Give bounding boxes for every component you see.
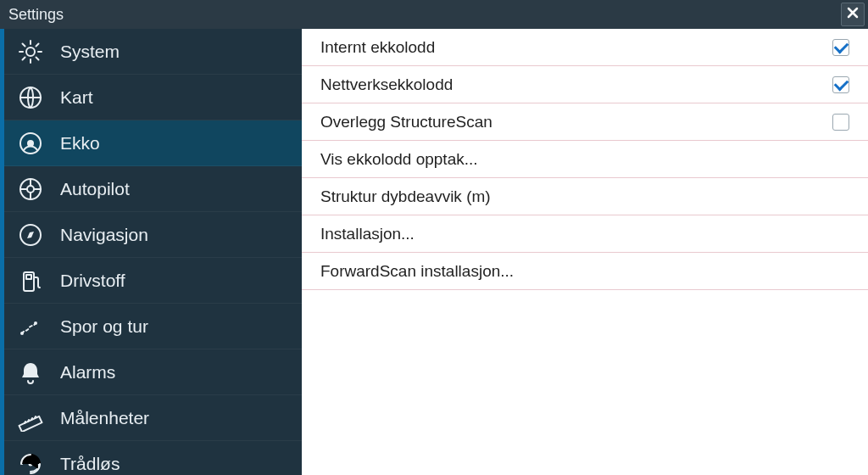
bell-icon — [16, 358, 45, 387]
settings-window: Settings SystemKartEkkoAutopilotNavigasj… — [0, 0, 868, 475]
checkbox-internt[interactable] — [832, 39, 849, 56]
setting-row-dybdeavvik[interactable]: Struktur dybdeavvik (m) — [302, 178, 868, 215]
sidebar-item-label: Drivstoff — [60, 271, 125, 291]
sidebar-item-spor[interactable]: Spor og tur — [4, 304, 302, 349]
setting-row-internt[interactable]: Internt ekkolodd — [302, 29, 868, 66]
svg-point-10 — [34, 321, 37, 325]
svg-point-9 — [20, 332, 24, 335]
wheel-icon — [16, 175, 45, 204]
sidebar-item-label: Kart — [60, 87, 93, 108]
window-title: Settings — [8, 6, 64, 24]
setting-row-overlegg[interactable]: Overlegg StructureScan — [302, 103, 868, 141]
window-body: SystemKartEkkoAutopilotNavigasjonDrivsto… — [0, 29, 868, 475]
sidebar-item-tradlos[interactable]: Trådløs — [4, 441, 302, 475]
sidebar-item-malenheter[interactable]: Målenheter — [4, 395, 302, 441]
sidebar-item-label: Trådløs — [60, 454, 120, 474]
sidebar: SystemKartEkkoAutopilotNavigasjonDrivsto… — [0, 29, 302, 475]
gear-icon — [16, 37, 45, 66]
sidebar-item-alarms[interactable]: Alarms — [4, 349, 302, 395]
setting-label: Internt ekkolodd — [320, 38, 435, 57]
sidebar-item-label: Autopilot — [60, 179, 130, 199]
setting-label: ForwardScan installasjon... — [320, 262, 514, 281]
setting-row-vis-opptak[interactable]: Vis ekkolodd opptak... — [302, 141, 868, 178]
checkbox-overlegg[interactable] — [832, 114, 849, 131]
sidebar-item-system[interactable]: System — [4, 29, 302, 75]
close-button[interactable] — [841, 3, 865, 26]
svg-rect-11 — [19, 416, 42, 431]
sidebar-item-label: Spor og tur — [60, 316, 148, 337]
sidebar-item-drivstoff[interactable]: Drivstoff — [4, 258, 302, 304]
setting-row-forwardscan[interactable]: ForwardScan installasjon... — [302, 253, 868, 290]
sidebar-item-autopilot[interactable]: Autopilot — [4, 166, 302, 212]
svg-point-0 — [26, 48, 35, 56]
content-panel: Internt ekkoloddNettverksekkoloddOverleg… — [302, 29, 868, 475]
setting-label: Nettverksekkolodd — [320, 75, 453, 94]
sidebar-item-navigasjon[interactable]: Navigasjon — [4, 212, 302, 258]
setting-label: Vis ekkolodd opptak... — [320, 150, 478, 169]
sidebar-item-kart[interactable]: Kart — [4, 75, 302, 120]
sidebar-item-label: Navigasjon — [60, 225, 148, 245]
globe-icon — [16, 83, 45, 112]
svg-point-5 — [27, 186, 34, 193]
track-icon — [16, 312, 45, 341]
sidebar-item-label: Ekko — [60, 133, 100, 154]
wireless-icon — [16, 450, 45, 476]
setting-row-installasjon[interactable]: Installasjon... — [302, 215, 868, 253]
sidebar-item-label: Målenheter — [60, 408, 149, 428]
titlebar: Settings — [0, 0, 868, 29]
sidebar-item-label: Alarms — [60, 362, 115, 383]
sidebar-item-label: System — [60, 42, 120, 62]
svg-rect-8 — [26, 275, 31, 279]
compass-icon — [16, 221, 45, 249]
fuel-icon — [16, 266, 45, 295]
setting-row-nettverk[interactable]: Nettverksekkolodd — [302, 66, 868, 103]
sonar-icon — [16, 129, 45, 158]
ruler-icon — [16, 404, 45, 433]
sidebar-item-ekko[interactable]: Ekko — [4, 120, 302, 166]
setting-label: Overlegg StructureScan — [320, 113, 492, 131]
close-icon — [846, 6, 860, 24]
setting-label: Struktur dybdeavvik (m) — [320, 187, 491, 206]
setting-label: Installasjon... — [320, 225, 415, 243]
checkbox-nettverk[interactable] — [832, 76, 849, 93]
